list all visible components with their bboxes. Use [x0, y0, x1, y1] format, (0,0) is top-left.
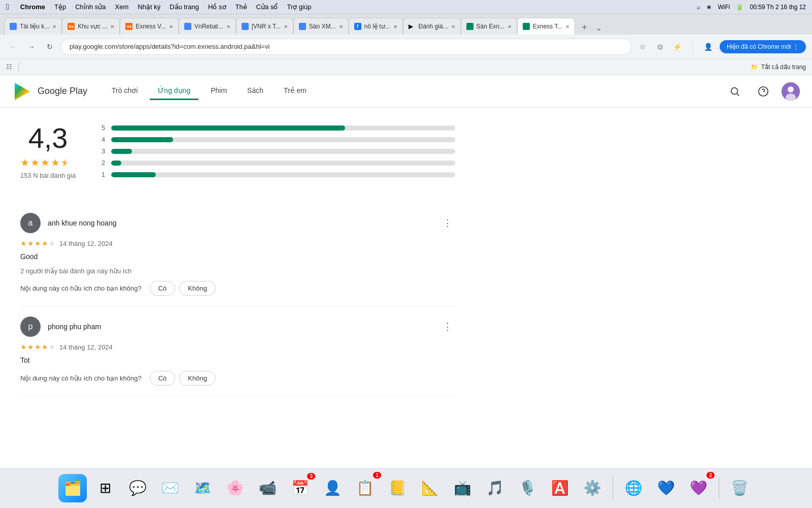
- dock-chrome[interactable]: 🌐: [619, 474, 648, 502]
- menubar-file[interactable]: Tệp: [54, 3, 66, 11]
- new-tab-button[interactable]: +: [577, 20, 591, 35]
- gplay-user-avatar[interactable]: [782, 82, 800, 101]
- svg-point-1: [731, 87, 738, 94]
- tab-close-1[interactable]: ✕: [52, 24, 56, 29]
- dock-photos[interactable]: 🌸: [221, 474, 249, 502]
- chrome-update-button[interactable]: Hiện đã có Chrome mới ⋮: [720, 40, 806, 53]
- dock-zalo[interactable]: 💙: [652, 474, 680, 502]
- menubar-help[interactable]: Trợ giúp: [287, 3, 311, 11]
- rev2-star-5: ★: [49, 343, 55, 351]
- tab-close-10[interactable]: ✕: [565, 24, 569, 29]
- dock-notes[interactable]: 📒: [383, 474, 412, 502]
- browser-tab-3[interactable]: ex Exness V... ✕: [120, 18, 179, 35]
- menubar-bookmarks[interactable]: Dấu trang: [170, 3, 199, 11]
- dock-calendar[interactable]: 📅 3: [286, 474, 314, 502]
- dock-podcasts[interactable]: 🎙️: [513, 474, 542, 502]
- dock-mail[interactable]: ✉️: [156, 474, 184, 502]
- menubar-window[interactable]: Cửa sổ: [256, 3, 278, 11]
- dock-launchpad[interactable]: ⊞: [91, 474, 119, 502]
- tab-close-4[interactable]: ✕: [226, 24, 230, 29]
- browser-tab-9[interactable]: Sàn Exn... ✕: [461, 18, 517, 35]
- dock-appstore[interactable]: 🅰️: [546, 474, 574, 502]
- launchpad-icon: ⊞: [99, 480, 111, 496]
- gplay-nav-apps[interactable]: Ứng dụng: [150, 82, 198, 100]
- dock-freeform[interactable]: 📐: [416, 474, 444, 502]
- browser-tab-5[interactable]: [VNR x T... ✕: [236, 18, 293, 35]
- systemprefs-icon: ⚙️: [584, 480, 601, 496]
- rev2-star-4: ★: [42, 343, 48, 351]
- menubar-view[interactable]: Xem: [115, 3, 129, 11]
- review-more-button-1[interactable]: ⋮: [438, 214, 457, 232]
- bookmark-star-icon[interactable]: ☆: [636, 40, 650, 54]
- review-more-button-2[interactable]: ⋮: [438, 318, 457, 336]
- trash-icon: 🗑️: [731, 480, 749, 496]
- dock-messages[interactable]: 💬: [123, 474, 152, 502]
- review-avatar-1: a: [20, 213, 41, 233]
- profile-icon[interactable]: 👤: [701, 40, 716, 54]
- menubar-tab[interactable]: Thẻ: [235, 3, 247, 11]
- menubar-spotlight[interactable]: ⌕: [697, 4, 700, 11]
- bookmarks-label[interactable]: Tắt cả dấu trang: [761, 64, 806, 71]
- tab-expand-button[interactable]: ⌄: [591, 20, 605, 35]
- gplay-nav-books[interactable]: Sách: [239, 82, 272, 100]
- gplay-main-content: 4,3 ★ ★ ★ ★ ★ ★ 153 N bài đánh giá 5: [0, 108, 812, 480]
- appstore-icon: 🅰️: [551, 480, 569, 496]
- tab-close-7[interactable]: ✕: [393, 24, 397, 29]
- dock-finder[interactable]: 🗂️: [58, 474, 87, 502]
- browser-tab-10[interactable]: Exness T... ✕: [517, 18, 575, 35]
- gplay-nav-games[interactable]: Trò chơi: [104, 82, 146, 100]
- menubar-edit[interactable]: Chỉnh sửa: [75, 3, 106, 11]
- tab-close-9[interactable]: ✕: [507, 24, 512, 29]
- bookmarks-right: 📁 Tắt cả dấu trang: [751, 64, 806, 71]
- menubar-wifi[interactable]: WiFi: [718, 4, 730, 11]
- dock-appletv[interactable]: 📺: [448, 474, 477, 502]
- browser-tab-4[interactable]: VnRebat... ✕: [179, 18, 236, 35]
- review-yes-button-1[interactable]: Có: [150, 281, 176, 296]
- gplay-logo[interactable]: Google Play: [12, 81, 87, 102]
- menubar-history[interactable]: Nhật ký: [138, 3, 160, 11]
- rating-bars: 5 4 3 2: [100, 124, 455, 182]
- tab-close-6[interactable]: ✕: [339, 24, 343, 29]
- browser-tab-8[interactable]: ▶ Đánh giá... ✕: [403, 18, 461, 35]
- review-avatar-2: p: [20, 316, 41, 337]
- dock-maps[interactable]: 🗺️: [188, 474, 217, 502]
- freeform-icon: 📐: [421, 480, 439, 496]
- finder-icon: 🗂️: [64, 480, 82, 496]
- menubar-profile[interactable]: Hồ sơ: [208, 3, 226, 11]
- tab-close-2[interactable]: ✕: [110, 24, 114, 29]
- dock-reminders[interactable]: 📋 1: [351, 474, 379, 502]
- browser-tab-1[interactable]: Tài liệu k... ✕: [4, 18, 62, 35]
- dock-contacts[interactable]: 👤: [318, 474, 347, 502]
- back-button[interactable]: ←: [6, 40, 20, 54]
- review-yes-button-2[interactable]: Có: [150, 371, 176, 386]
- gplay-nav-kids[interactable]: Trẻ em: [276, 82, 315, 100]
- review-stars-row-2: ★ ★ ★ ★ ★ 14 tháng 12, 2024: [20, 343, 457, 351]
- tab-close-5[interactable]: ✕: [284, 24, 288, 29]
- menubar-app[interactable]: Chrome: [20, 3, 45, 11]
- bar-row-5: 5: [100, 124, 455, 132]
- gplay-help-button[interactable]: [753, 81, 773, 102]
- gplay-nav-movies[interactable]: Phim: [202, 82, 235, 100]
- browser-tab-7[interactable]: f nô lệ tư... ✕: [349, 18, 403, 35]
- apple-menu[interactable]: : [6, 3, 9, 12]
- tab-close-8[interactable]: ✕: [451, 24, 455, 29]
- dock-messenger[interactable]: 💜 2: [684, 474, 713, 502]
- browser-tab-2[interactable]: ex Khu vực ... ✕: [62, 18, 120, 35]
- menubar-bluetooth[interactable]: ⋇: [706, 4, 712, 11]
- tab-close-3[interactable]: ✕: [169, 24, 173, 29]
- gplay-search-button[interactable]: [725, 81, 745, 102]
- lens-icon[interactable]: ⊙: [653, 40, 667, 54]
- forward-button[interactable]: →: [24, 40, 39, 54]
- dock-facetime[interactable]: 📹: [253, 474, 282, 502]
- contacts-icon: 👤: [324, 480, 342, 496]
- browser-tab-6[interactable]: Sàn XM... ✕: [293, 18, 349, 35]
- dock-trash[interactable]: 🗑️: [725, 474, 754, 502]
- extension-icon[interactable]: ⚡: [670, 40, 685, 54]
- reload-button[interactable]: ↻: [43, 40, 57, 54]
- review-no-button-2[interactable]: Không: [179, 371, 216, 386]
- dock-systemprefs[interactable]: ⚙️: [578, 474, 606, 502]
- dock-music[interactable]: 🎵: [481, 474, 509, 502]
- review-card-2: p phong phu pham ⋮ ★ ★ ★ ★ ★ 14 tháng 12…: [20, 306, 457, 396]
- url-input[interactable]: [61, 39, 632, 55]
- review-no-button-1[interactable]: Không: [179, 281, 216, 296]
